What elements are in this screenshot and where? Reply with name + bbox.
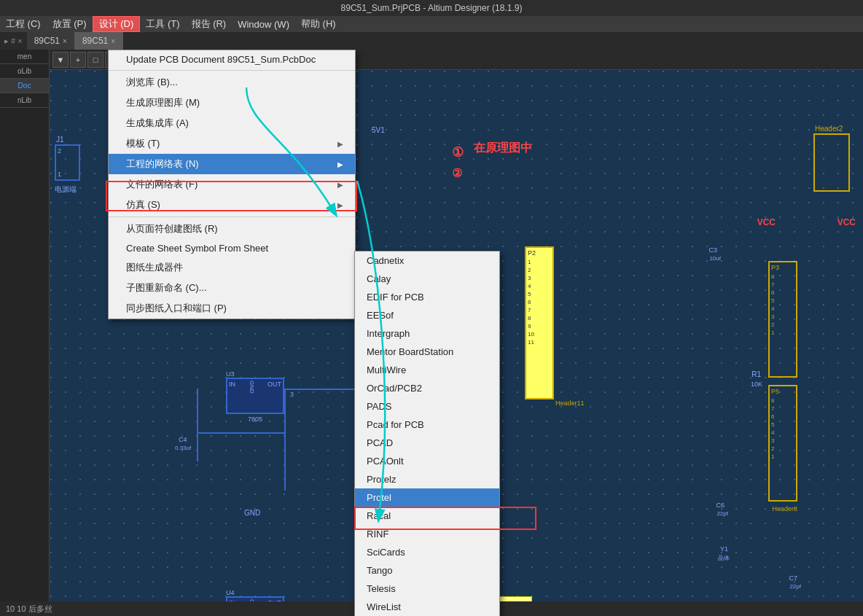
netmenu-protelz[interactable]: Protelz <box>355 470 499 488</box>
p5-pin3: 3 <box>770 437 796 445</box>
netmenu-intergraph[interactable]: Intergraph <box>355 324 499 343</box>
p3-pin1: 1 <box>770 329 796 337</box>
netmenu-cadnetix[interactable]: Cadnetix <box>355 252 499 270</box>
menu-create-sheet-symbol[interactable]: Create Sheet Symbol From Sheet <box>109 239 355 257</box>
netmenu-eesof[interactable]: EESof <box>355 306 499 324</box>
p2-label: P2 <box>526 248 552 258</box>
left-sidebar: men oLib Doc nLib <box>0 50 50 616</box>
p2-pin3: 3 <box>526 274 552 282</box>
toolbar-rect[interactable]: □ <box>87 52 104 68</box>
design-menu-dropdown: Update PCB Document 89C51_Sum.PcbDoc 浏览库… <box>108 50 356 319</box>
u3-out: OUT <box>268 381 281 394</box>
sidebar-tab-olib[interactable]: oLib <box>0 64 49 79</box>
wire-3 <box>284 432 286 491</box>
p3-pin7: 7 <box>770 281 796 289</box>
tab-2[interactable]: 89C51 × <box>75 32 123 50</box>
header11-label: Header11 <box>555 399 585 407</box>
menu-design[interactable]: 设计 (D) <box>93 16 141 32</box>
u3-pin3: 3 <box>290 391 294 398</box>
power-source-label: 电源端 <box>55 184 77 195</box>
menu-window[interactable]: Window (W) <box>232 16 295 32</box>
circle-two: ② <box>452 166 462 180</box>
p2-pin6: 6 <box>526 298 552 306</box>
netmenu-mentor[interactable]: Mentor BoardStation <box>355 343 499 361</box>
wire-4 <box>197 432 284 434</box>
c6-label: C6 <box>716 502 725 509</box>
menu-simulate[interactable]: 仿真 (S) ▶ <box>109 195 355 215</box>
netmenu-pcad[interactable]: PCAD <box>355 434 499 452</box>
c3-label: C3 <box>708 246 717 254</box>
template-arrow: ▶ <box>337 140 343 148</box>
header2-label: Header2 <box>815 125 843 133</box>
menu-sync-sheet[interactable]: 同步图纸入口和端口 (P) <box>109 298 355 319</box>
wire-2 <box>284 389 286 432</box>
netmenu-orcad[interactable]: OrCad/PCB2 <box>355 379 499 397</box>
netmenu-protel[interactable]: Protel <box>355 488 499 507</box>
simulate-arrow: ▶ <box>337 201 343 209</box>
menu-netlist[interactable]: 工程的网络表 (N) ▶ <box>109 154 355 174</box>
r1-label: R1 <box>751 370 761 378</box>
p3-pin2: 2 <box>770 321 796 329</box>
menu-report[interactable]: 报告 (R) <box>186 16 233 32</box>
gnd-label: GND <box>244 509 260 517</box>
netmenu-calay[interactable]: Calay <box>355 270 499 288</box>
p3-label: P3 <box>770 262 796 273</box>
menu-create-from-symbol[interactable]: 从页面符创建图纸 (R) <box>109 219 355 239</box>
status-text: 10 10 后多丝 <box>6 604 52 615</box>
c6-value: 22pf <box>716 510 728 517</box>
netmenu-tango[interactable]: Tango <box>355 561 499 580</box>
header2-component: Header2 <box>813 133 850 192</box>
netmenu-telesis[interactable]: Telesis <box>355 580 499 598</box>
p2-pin10: 10 <box>526 330 552 338</box>
c4-label: C4 <box>179 436 187 443</box>
circle-one: ① <box>452 144 464 160</box>
title-text: 89C51_Sum.PrjPCB - Altium Designer (18.1… <box>341 3 523 13</box>
c7-label: C7 <box>789 574 797 582</box>
netmenu-wirelist[interactable]: WireList <box>355 598 499 616</box>
toolbar-filter[interactable]: ▼ <box>52 52 69 68</box>
netmenu-racal[interactable]: Racal <box>355 507 499 525</box>
menu-help[interactable]: 帮助 (H) <box>295 16 342 32</box>
netmenu-rinf[interactable]: RINF <box>355 525 499 543</box>
menu-gen-intlib[interactable]: 生成集成库 (A) <box>109 113 355 133</box>
menu-project[interactable]: 工程 (C) <box>0 16 47 32</box>
sidebar-tab-men[interactable]: men <box>0 50 49 64</box>
r1-value: 10K <box>751 381 762 388</box>
y1-label: Y1 <box>720 545 728 553</box>
menu-sep-1 <box>109 70 355 71</box>
p2-pin11: 11 <box>526 338 552 346</box>
c4-value: 0.33uf <box>175 445 191 451</box>
sidebar-tab-doc[interactable]: Doc <box>0 79 49 93</box>
menu-sep-2 <box>109 217 355 217</box>
menu-template[interactable]: 模板 (T) ▶ <box>109 133 355 154</box>
tab-2-close[interactable]: × <box>111 37 115 45</box>
u3-7805-label: 7805 <box>248 416 262 423</box>
netmenu-scicards[interactable]: SciCards <box>355 543 499 561</box>
menu-tools[interactable]: 工具 (T) <box>140 16 185 32</box>
u3-gnd: GND <box>249 381 255 394</box>
netmenu-pads[interactable]: PADS <box>355 397 499 416</box>
tab-1-close[interactable]: × <box>63 37 67 45</box>
p5-pin7: 7 <box>770 405 796 413</box>
menu-rename-sub[interactable]: 子图重新命名 (C)... <box>109 278 355 298</box>
toolbar-add[interactable]: + <box>70 52 86 68</box>
u4-label: U4 <box>226 589 235 596</box>
sidebar-tab-nlib[interactable]: nLib <box>0 93 49 108</box>
menu-sheet-gen[interactable]: 图纸生成器件 <box>109 257 355 278</box>
tab-bar: ▸ # × 89C51 × 89C51 × <box>0 32 863 50</box>
netmenu-multiwire[interactable]: MultiWire <box>355 361 499 379</box>
netmenu-pcad-pcb[interactable]: Pcad for PCB <box>355 416 499 434</box>
header8-label: Header8 <box>772 505 797 512</box>
p5-component: P5 8 7 6 5 4 3 2 1 <box>768 385 797 502</box>
netmenu-pcaonlt[interactable]: PCAOnlt <box>355 452 499 470</box>
menu-browse-lib[interactable]: 浏览库 (B)... <box>109 72 355 93</box>
tab-1[interactable]: 89C51 × <box>27 32 75 50</box>
menu-update-pcb[interactable]: Update PCB Document 89C51_Sum.PcbDoc <box>109 50 355 69</box>
menu-file-netlist[interactable]: 文件的网络表 (F) ▶ <box>109 174 355 195</box>
j1-pin2: 2 <box>58 147 61 155</box>
menu-place[interactable]: 放置 (P) <box>47 16 93 32</box>
tab-pin-icon: ▸ # × <box>0 36 27 46</box>
menu-gen-schlib[interactable]: 生成原理图库 (M) <box>109 93 355 113</box>
network-submenu: Cadnetix Calay EDIF for PCB EESof Interg… <box>354 251 500 616</box>
netmenu-edif[interactable]: EDIF for PCB <box>355 288 499 306</box>
